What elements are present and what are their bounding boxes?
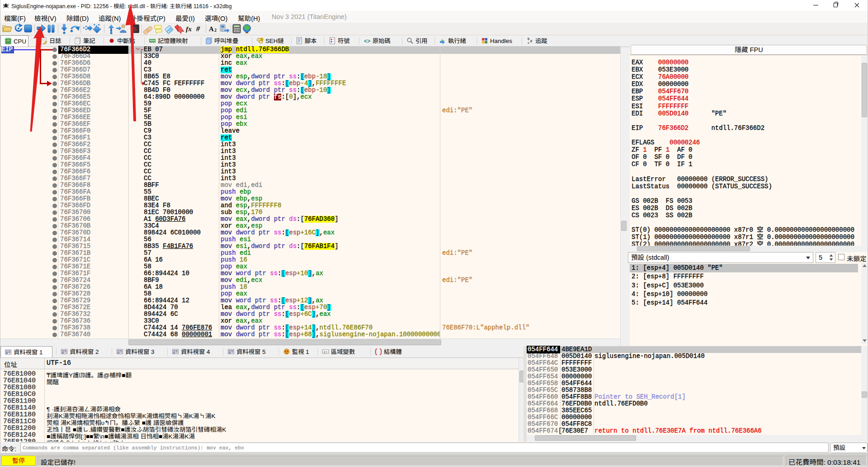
svg-text:fx: fx <box>186 25 192 33</box>
svg-text:<>: <> <box>364 38 370 45</box>
svg-text:x=: x= <box>323 350 328 354</box>
svg-text:#: # <box>196 24 200 33</box>
svg-text:2: 2 <box>214 28 217 33</box>
svg-text:!: ! <box>261 38 262 41</box>
svg-text:A: A <box>209 25 214 33</box>
svg-text:S: S <box>133 25 137 33</box>
svg-text:32: 32 <box>7 40 10 43</box>
